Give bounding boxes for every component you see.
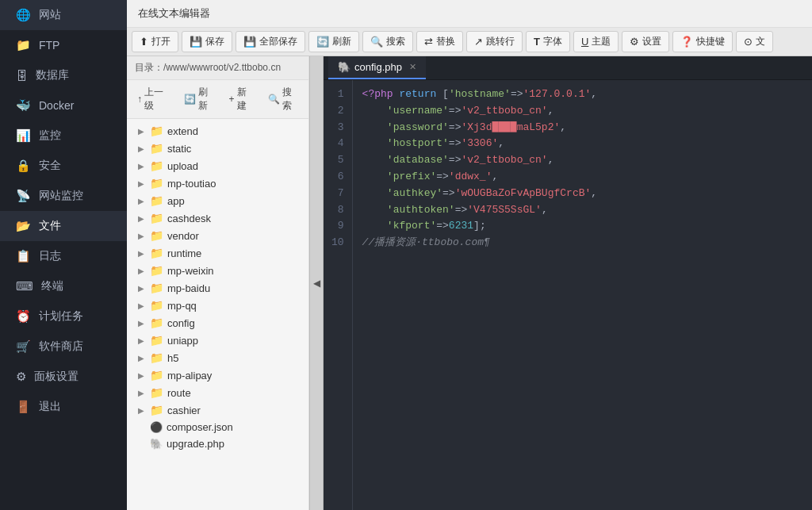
shortcuts-icon: ❓: [680, 36, 693, 48]
tree-item-upload[interactable]: ▶ 📁 upload: [127, 157, 308, 174]
tree-item-h5[interactable]: ▶ 📁 h5: [127, 349, 308, 366]
sidebar-item-tasks[interactable]: ⏰ 计划任务: [0, 301, 127, 332]
tree-refresh-button[interactable]: 🔄 刷新: [180, 84, 218, 114]
folder-icon: 📁: [150, 159, 163, 172]
arrow-icon: ▶: [138, 371, 146, 380]
monitor-icon: 📊: [16, 128, 31, 143]
folder-icon: 📁: [150, 334, 163, 347]
arrow-icon: ▶: [138, 406, 146, 415]
item-name: upgrade.php: [167, 438, 224, 450]
sidebar-item-label: Docker: [39, 99, 74, 112]
terminal-icon: ⌨: [16, 279, 33, 293]
collapse-panel-button[interactable]: ◀: [309, 56, 324, 510]
theme-button[interactable]: U 主题: [573, 31, 619, 52]
tree-item-route[interactable]: ▶ 📁 route: [127, 384, 308, 401]
tree-search-button[interactable]: 🔍 搜索: [264, 84, 302, 114]
tab-config-php[interactable]: 🐘 config.php ✕: [328, 56, 426, 79]
item-name: cashdesk: [167, 213, 211, 224]
folder-icon: 📁: [150, 316, 163, 329]
tree-item-config[interactable]: ▶ 📁 config: [127, 314, 308, 332]
shortcuts-button[interactable]: ❓ 快捷键: [672, 31, 733, 52]
panel-settings-icon: ⚙: [16, 370, 26, 384]
tree-item-mp-alipay[interactable]: ▶ 📁 mp-alipay: [127, 366, 308, 384]
save-all-button[interactable]: 💾 全部保存: [236, 31, 305, 52]
tree-item-extend[interactable]: ▶ 📁 extend: [127, 122, 308, 140]
file-tree-items: ▶ 📁 extend ▶ 📁 static ▶ 📁 upload ▶ 📁: [127, 119, 308, 510]
arrow-icon: ▶: [138, 336, 146, 345]
tree-item-mp-toutiao[interactable]: ▶ 📁 mp-toutiao: [127, 174, 308, 192]
code-lines[interactable]: <?php return ['hostname'=>'127.0.0.1', '…: [353, 80, 812, 510]
tree-item-app[interactable]: ▶ 📁 app: [127, 192, 308, 209]
new-button[interactable]: + 新建: [225, 84, 258, 114]
item-name: composer.json: [167, 421, 233, 433]
save-icon: 💾: [190, 36, 202, 48]
sidebar-item-panel-settings[interactable]: ⚙ 面板设置: [0, 362, 127, 392]
sidebar-item-docker[interactable]: 🐳 Docker: [0, 90, 127, 121]
database-icon: 🗄: [16, 69, 28, 82]
item-name: vendor: [167, 230, 199, 242]
tree-item-cashdesk[interactable]: ▶ 📁 cashdesk: [127, 209, 308, 227]
sidebar-item-logs[interactable]: 📋 日志: [0, 241, 127, 271]
tree-item-mp-qq[interactable]: ▶ 📁 mp-qq: [127, 297, 308, 314]
tree-item-vendor[interactable]: ▶ 📁 vendor: [127, 227, 308, 244]
tree-item-composer-json[interactable]: ▶ ⚫ composer.json: [127, 419, 308, 435]
main-content: 在线文本编辑器 ⬆ 打开 💾 保存 💾 全部保存 🔄 刷新 🔍 搜索 ⇄ 替换 …: [127, 0, 812, 510]
sidebar-item-ftp[interactable]: 📁 FTP: [0, 30, 127, 60]
sidebar-item-appstore[interactable]: 🛒 软件商店: [0, 332, 127, 362]
sidebar-item-label: 网站: [39, 8, 61, 22]
close-tab-icon[interactable]: ✕: [409, 62, 416, 72]
sidebar-item-label: 终端: [41, 279, 63, 293]
code-content[interactable]: 1 2 3 4 5 6 7 8 9 10 <?php return ['host…: [324, 80, 812, 510]
file-tree-path: 目录：/www/wwwroot/v2.ttbobo.cn: [127, 56, 308, 80]
settings-icon: ⚙: [630, 36, 639, 48]
tree-item-upgrade-php[interactable]: ▶ 🐘 upgrade.php: [127, 435, 308, 452]
up-button[interactable]: ↑ 上一级: [133, 84, 174, 114]
sidebar-item-site-monitor[interactable]: 📡 网站监控: [0, 181, 127, 211]
open-label: 打开: [151, 35, 170, 48]
sidebar-item-monitor[interactable]: 📊 监控: [0, 121, 127, 151]
tab-filename: config.php: [354, 61, 402, 73]
tree-item-uniapp[interactable]: ▶ 📁 uniapp: [127, 332, 308, 349]
tree-item-static[interactable]: ▶ 📁 static: [127, 140, 308, 157]
item-name: mp-weixin: [167, 265, 214, 277]
replace-button[interactable]: ⇄ 替换: [416, 31, 463, 52]
php-tab-icon: 🐘: [338, 61, 350, 73]
goto-line-button[interactable]: ↗ 跳转行: [466, 31, 523, 52]
sidebar-item-database[interactable]: 🗄 数据库: [0, 60, 127, 90]
item-name: config: [167, 317, 195, 329]
replace-label: 替换: [436, 35, 455, 48]
tree-item-cashier[interactable]: ▶ 📁 cashier: [127, 401, 308, 419]
arrow-icon: ▶: [138, 284, 146, 293]
sidebar-item-website[interactable]: 🌐 网站: [0, 0, 127, 30]
more-button[interactable]: ⊙ 文: [736, 31, 773, 52]
search-button[interactable]: 🔍 搜索: [362, 31, 413, 52]
arrow-icon: ▶: [138, 354, 146, 362]
save-all-icon: 💾: [243, 36, 256, 48]
arrow-icon: ▶: [138, 319, 146, 328]
folder-icon: 📁: [150, 351, 163, 364]
item-name: route: [167, 387, 191, 399]
settings-button[interactable]: ⚙ 设置: [622, 31, 669, 52]
tree-item-mp-weixin[interactable]: ▶ 📁 mp-weixin: [127, 262, 308, 279]
tree-item-runtime[interactable]: ▶ 📁 runtime: [127, 244, 308, 262]
save-button[interactable]: 💾 保存: [182, 31, 232, 52]
line-numbers: 1 2 3 4 5 6 7 8 9 10: [324, 80, 353, 510]
tree-item-mp-baidu[interactable]: ▶ 📁 mp-baidu: [127, 279, 308, 297]
more-label: 文: [756, 35, 765, 48]
website-icon: 🌐: [16, 8, 31, 22]
ftp-icon: 📁: [16, 38, 31, 52]
arrow-icon: ▶: [138, 162, 146, 171]
sidebar-item-files[interactable]: 📂 文件: [0, 211, 127, 241]
sidebar-item-security[interactable]: 🔒 安全: [0, 151, 127, 181]
files-icon: 📂: [16, 219, 31, 233]
sidebar-item-logout[interactable]: 🚪 退出: [0, 392, 127, 422]
item-name: extend: [167, 125, 198, 137]
sidebar-item-terminal[interactable]: ⌨ 终端: [0, 271, 127, 301]
item-name: mp-qq: [167, 300, 197, 312]
refresh-button[interactable]: 🔄 刷新: [308, 31, 359, 52]
security-icon: 🔒: [16, 159, 31, 173]
tree-refresh-label: 刷新: [198, 86, 214, 113]
open-button[interactable]: ⬆ 打开: [132, 31, 178, 52]
font-label: 字体: [543, 35, 562, 48]
font-button[interactable]: T 字体: [526, 31, 570, 52]
